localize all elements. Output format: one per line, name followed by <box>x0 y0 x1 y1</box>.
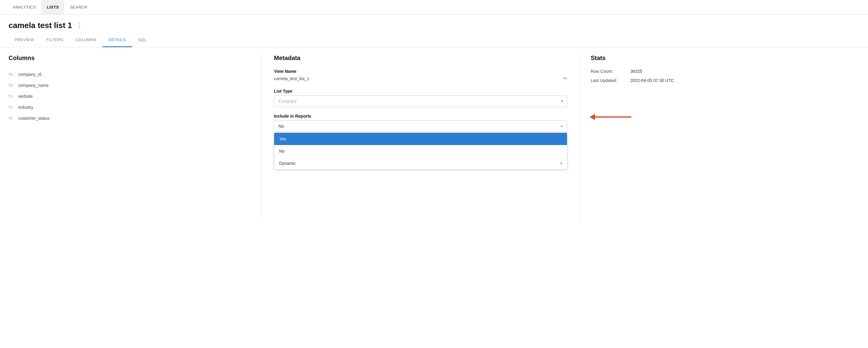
column-name: website <box>18 94 33 99</box>
main-content: Columns Tт company_id Tт company_name Tт… <box>0 47 868 230</box>
list-item: Tт website <box>8 91 253 102</box>
list-item: Tт company_id <box>8 69 253 80</box>
view-name-label: View Name <box>274 69 567 74</box>
nav-search[interactable]: SEARCH <box>64 0 93 14</box>
list-item: Tт company_name <box>8 80 253 91</box>
columns-panel: Columns Tт company_id Tт company_name Tт… <box>8 55 262 223</box>
page-header: camela test list 1 ⋮ <box>0 14 868 33</box>
list-type-select[interactable]: Company ▾ <box>274 95 567 107</box>
type-icon: Tт <box>8 72 15 77</box>
list-type-label: List Type <box>274 89 567 94</box>
type-icon: Tт <box>8 105 15 110</box>
type-icon: Tт <box>8 94 15 99</box>
tab-sql[interactable]: SQL <box>132 33 153 47</box>
columns-panel-title: Columns <box>8 55 253 62</box>
stat-row-row-count: Row Count: 36325 <box>591 69 860 74</box>
dropdown-option-no[interactable]: No <box>274 145 567 157</box>
tab-columns[interactable]: COLUMNS <box>69 33 102 47</box>
page-title: camela test list 1 <box>8 21 72 30</box>
more-options-icon[interactable]: ⋮ <box>75 22 84 30</box>
column-name: industry <box>18 105 33 110</box>
last-updated-label: Last Updated: <box>591 78 624 83</box>
type-icon: Tт <box>8 83 15 88</box>
edit-view-name-icon[interactable]: ✏ <box>563 76 567 81</box>
metadata-panel-title: Metadata <box>274 55 567 62</box>
arrow-head <box>590 114 595 120</box>
annotation-arrow <box>590 114 631 120</box>
column-name: company_id <box>18 72 41 77</box>
dynamic-option-arrow: ▾ <box>560 161 562 166</box>
last-updated-value: 2022-04-05 07:30 UTC <box>630 78 674 83</box>
type-icon: Tт <box>8 116 15 121</box>
tab-filters[interactable]: FILTERS <box>40 33 69 47</box>
nav-lists[interactable]: LISTS <box>41 0 64 14</box>
arrow-line <box>595 116 631 117</box>
top-navigation: ANALYTICS LISTS SEARCH <box>0 0 868 14</box>
stats-panel-title: Stats <box>591 55 860 62</box>
include-in-reports-dropdown-menu: Yes No Dynamic ▾ <box>274 133 567 170</box>
view-name-row: camela_test_list_1 ✏ <box>274 76 567 81</box>
tab-details[interactable]: DETAILS <box>102 33 132 47</box>
metadata-panel: Metadata View Name camela_test_list_1 ✏ … <box>262 55 580 223</box>
include-in-reports-dropdown-arrow: ▾ <box>561 124 563 128</box>
column-name: company_name <box>18 83 49 88</box>
tab-preview[interactable]: PREVIEW <box>8 33 40 47</box>
row-count-label: Row Count: <box>591 69 624 74</box>
sub-navigation: PREVIEW FILTERS COLUMNS DETAILS SQL <box>0 33 868 47</box>
list-type-dropdown-arrow: ▾ <box>561 99 563 103</box>
list-item: Tт customer_status <box>8 113 253 124</box>
nav-analytics[interactable]: ANALYTICS <box>7 0 41 14</box>
stats-panel: Stats Row Count: 36325 Last Updated: 202… <box>580 55 860 223</box>
dropdown-option-dynamic-label: Dynamic <box>279 161 296 166</box>
dropdown-option-yes[interactable]: Yes <box>274 133 567 145</box>
list-item: Tт industry <box>8 102 253 113</box>
row-count-value: 36325 <box>630 69 642 74</box>
stat-row-last-updated: Last Updated: 2022-04-05 07:30 UTC <box>591 78 860 83</box>
column-name: customer_status <box>18 116 50 121</box>
include-in-reports-value: No <box>278 124 284 129</box>
include-in-reports-label: Include in Reports <box>274 114 567 118</box>
list-type-value: Company <box>278 99 297 104</box>
include-in-reports-select[interactable]: No ▾ <box>274 120 567 132</box>
view-name-value: camela_test_list_1 <box>274 76 309 81</box>
dropdown-option-dynamic[interactable]: Dynamic ▾ <box>274 157 567 169</box>
